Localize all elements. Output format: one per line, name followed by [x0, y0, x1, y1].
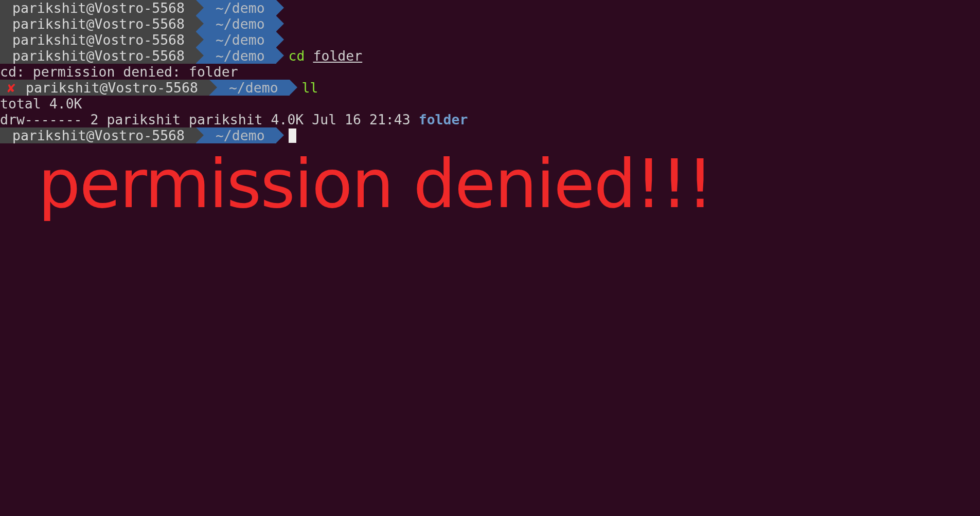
terminal[interactable]: parikshit@Vostro-5568 ~/demo parikshit@V… [0, 0, 980, 143]
command-arg-folder: folder [313, 48, 362, 64]
output-total: total 4.0K [0, 96, 980, 112]
overlay-annotation: permission denied!!! [38, 145, 712, 224]
prompt-line: parikshit@Vostro-5568 ~/demo [0, 32, 980, 48]
prompt-user-text: parikshit@Vostro-5568 [17, 80, 206, 96]
prompt-user: parikshit@Vostro-5568 [0, 16, 196, 32]
prompt-path: ~/demo [196, 0, 276, 16]
output-text: cd: permission denied: folder [0, 64, 238, 80]
command-area: cd folder [276, 48, 363, 64]
command-cd: cd [289, 48, 313, 64]
prompt-line: parikshit@Vostro-5568 ~/demo [0, 16, 980, 32]
prompt-user: parikshit@Vostro-5568 [0, 127, 196, 143]
prompt-path: ~/demo [196, 32, 276, 48]
prompt-path: ~/demo [196, 48, 276, 64]
prompt-path: ~/demo [196, 127, 276, 143]
prompt-user: parikshit@Vostro-5568 [0, 32, 196, 48]
error-x-icon: ✘ [4, 80, 17, 96]
output-text: total 4.0K [0, 96, 82, 112]
folder-name: folder [419, 112, 468, 127]
prompt-path: ~/demo [209, 80, 290, 96]
output-permission-denied: cd: permission denied: folder [0, 64, 980, 80]
prompt-user: parikshit@Vostro-5568 [0, 48, 196, 64]
prompt-user-error: ✘ parikshit@Vostro-5568 [0, 80, 209, 96]
command-ll: ll [302, 80, 318, 96]
prompt-line-cd: parikshit@Vostro-5568 ~/demo cd folder [0, 48, 980, 64]
prompt-line-error: ✘ parikshit@Vostro-5568 ~/demo ll [0, 80, 980, 96]
output-text: drw------- 2 parikshit parikshit 4.0K Ju… [0, 112, 419, 127]
prompt-line-active[interactable]: parikshit@Vostro-5568 ~/demo [0, 127, 980, 143]
prompt-user: parikshit@Vostro-5568 [0, 0, 196, 16]
prompt-path: ~/demo [196, 16, 276, 32]
prompt-line: parikshit@Vostro-5568 ~/demo [0, 0, 980, 16]
output-ls-entry: drw------- 2 parikshit parikshit 4.0K Ju… [0, 112, 980, 127]
cursor-block [289, 128, 296, 143]
